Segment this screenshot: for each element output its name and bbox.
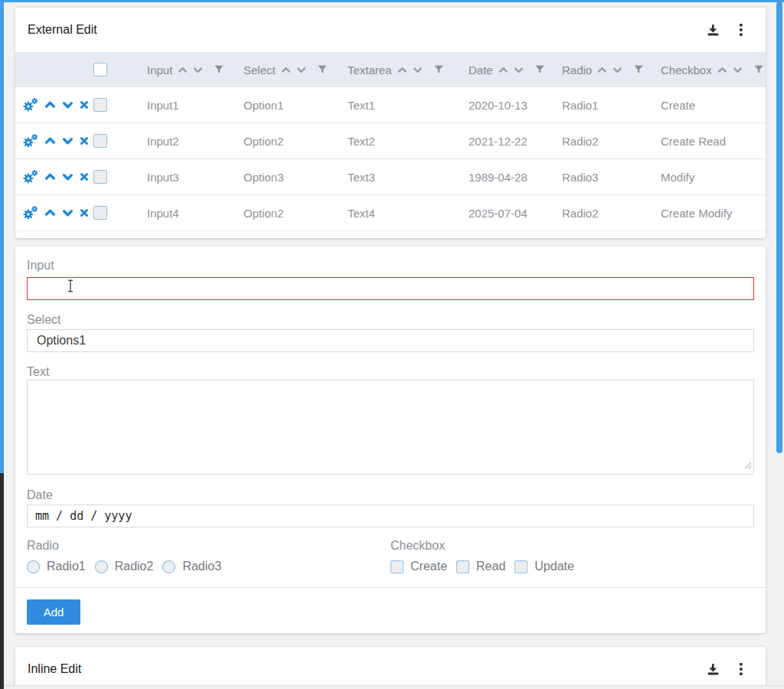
cell-date: 1989-04-28 [453,171,547,184]
checkbox-icon[interactable] [456,560,469,573]
chevron-down-icon[interactable] [62,173,74,181]
table-row: Input3Option3Text31989-04-28Radio3Modify [15,159,766,195]
row-actions-cell [15,206,92,220]
checkbox-option-update[interactable]: Update [514,560,574,573]
radio-option-radio3[interactable]: Radio3 [162,560,221,573]
sort-down-icon[interactable] [296,67,306,73]
cell-checkbox: Create [645,99,766,112]
cell-radio: Radio1 [547,99,645,112]
select-all-checkbox[interactable] [93,63,107,77]
cell-select: Option1 [228,99,332,112]
top-accent-line [0,0,784,2]
checkbox-icon[interactable] [390,560,403,573]
select-value: Options1 [37,334,86,348]
row-select-cell [92,170,132,184]
table-body: Input1Option1Text12020-10-13Radio1Create… [15,87,766,231]
download-icon[interactable] [707,663,720,676]
row-checkbox[interactable] [93,206,107,220]
text-cursor-icon [67,279,74,296]
row-checkbox[interactable] [93,134,107,148]
sort-up-icon[interactable] [717,67,727,73]
checkbox-option-read[interactable]: Read [456,560,505,573]
chevron-up-icon[interactable] [44,173,56,181]
cogs-icon[interactable] [23,170,38,184]
radio-icon[interactable] [95,560,108,573]
cogs-icon[interactable] [23,134,38,148]
row-checkbox[interactable] [93,98,107,112]
cell-select: Option3 [228,171,332,184]
cell-input: Input3 [132,171,228,184]
sort-up-icon[interactable] [281,67,291,73]
row-checkbox[interactable] [93,170,107,184]
filter-funnel-icon[interactable] [318,65,327,74]
select-label: Select [27,312,754,328]
chevron-down-icon[interactable] [62,137,74,145]
close-icon[interactable] [80,136,89,145]
close-icon[interactable] [80,100,89,109]
chevron-up-icon[interactable] [44,101,56,109]
column-label: Input [147,64,172,77]
radio-option-radio2[interactable]: Radio2 [95,560,154,573]
vertical-scrollbar-thumb[interactable] [776,2,782,453]
column-header-select: Select [228,64,332,77]
cogs-icon[interactable] [23,98,38,112]
add-button[interactable]: Add [27,599,80,625]
download-icon[interactable] [707,24,720,37]
chevron-down-icon[interactable] [62,101,74,109]
column-label: Date [469,64,493,77]
add-record-form: Input Select Options1 Text Date mm / dd … [15,247,766,633]
sort-down-icon[interactable] [413,67,423,73]
column-header-input: Input [132,64,228,77]
sort-up-icon[interactable] [597,67,607,73]
close-icon[interactable] [80,208,89,217]
row-select-cell [92,206,132,220]
table-row: Input1Option1Text12020-10-13Radio1Create [15,87,766,123]
sort-down-icon[interactable] [514,67,524,73]
cell-radio: Radio3 [547,171,645,184]
cell-checkbox: Modify [645,171,766,184]
checkbox-option-label: Update [534,560,574,573]
row-actions-cell [15,170,92,184]
cogs-icon[interactable] [23,206,38,220]
sort-down-icon[interactable] [193,67,203,73]
chevron-down-icon[interactable] [62,209,74,217]
radio-option-label: Radio3 [182,560,221,573]
row-select-cell [92,134,132,148]
filter-funnel-icon[interactable] [434,65,443,74]
chevron-up-icon[interactable] [44,137,56,145]
sort-up-icon[interactable] [498,67,508,73]
radio-option-radio1[interactable]: Radio1 [27,560,86,573]
input-field[interactable] [27,277,754,300]
kebab-menu-icon[interactable] [740,24,743,36]
resize-handle-icon[interactable] [743,459,752,472]
textarea-field[interactable] [27,380,754,475]
checkbox-icon[interactable] [514,560,528,573]
filter-funnel-icon[interactable] [754,65,763,74]
select-field[interactable]: Options1 [27,329,754,352]
kebab-menu-icon[interactable] [740,663,743,675]
radio-icon[interactable] [162,560,175,573]
table-row: Input4Option2Text42025-07-04Radio2Create… [15,195,766,231]
column-label: Select [243,64,276,77]
filter-funnel-icon[interactable] [214,65,224,74]
column-header-checkbox: Checkbox [645,64,766,77]
cell-select: Option2 [228,135,332,148]
checkbox-option-create[interactable]: Create [390,560,447,573]
close-icon[interactable] [80,172,89,181]
filter-funnel-icon[interactable] [535,65,544,74]
filter-funnel-icon[interactable] [634,65,643,74]
radio-icon[interactable] [27,560,40,573]
row-actions-cell [15,134,92,148]
chevron-up-icon[interactable] [44,209,56,217]
cell-textarea: Text2 [332,135,453,148]
left-edge-dark [0,473,4,689]
column-label: Checkbox [661,64,712,77]
date-field[interactable]: mm / dd / yyyy [27,505,754,527]
sort-down-icon[interactable] [612,67,622,73]
sort-up-icon[interactable] [397,67,407,73]
sort-down-icon[interactable] [733,67,743,73]
cell-select: Option2 [228,207,332,220]
sort-up-icon[interactable] [178,67,188,73]
checkbox-option-label: Create [410,560,447,573]
table-row: Input2Option2Text22021-12-22Radio2Create… [15,123,766,159]
